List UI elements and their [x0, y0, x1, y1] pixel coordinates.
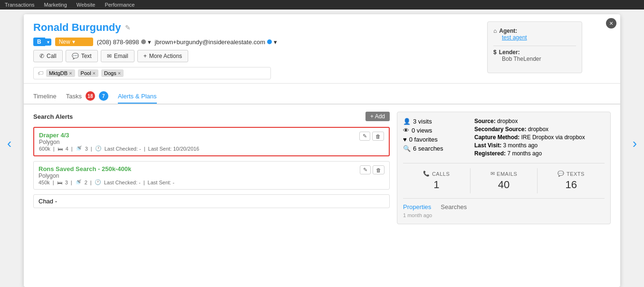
stats-card: 👤 3 visits 👁 0 views ♥ 0 favorites [397, 112, 611, 224]
nav-arrow-right[interactable]: › [633, 136, 637, 151]
text-button[interactable]: 💬 Text [66, 50, 98, 62]
emails-icon: ✉ [490, 171, 495, 177]
alert-2-baths: 2 [85, 180, 87, 185]
alert-2-title[interactable]: Rons Saved Search - 250k-400k [38, 165, 174, 172]
badge-b: B [33, 38, 45, 46]
more-actions-plus-icon: + [144, 53, 147, 59]
left-column: Search Alerts + Add Draper 4/3 Polygon 6… [33, 112, 390, 266]
prop-tabs: Properties Searches [403, 199, 605, 210]
email-dropdown-icon[interactable]: ▾ [274, 38, 277, 46]
texts-value: 16 [538, 179, 605, 191]
nav-marketing[interactable]: Marketing [44, 2, 67, 8]
nav-arrow-left[interactable]: ‹ [7, 136, 11, 151]
alert-2-edit-button[interactable]: ✎ [360, 165, 371, 174]
search-alerts-title: Search Alerts [33, 113, 73, 120]
nav-performance[interactable]: Performance [105, 2, 135, 8]
comm-stats: 📞 CALLS 1 ✉ EMAILS 40 [403, 163, 605, 199]
modal-content: × Ronald Burgundy ✎ B ▾ New ▾ (208) 878-… [24, 14, 620, 287]
top-nav: Transactions Marketing Website Performan… [0, 0, 644, 10]
status-dropdown[interactable]: New ▾ [55, 38, 93, 46]
more-actions-button[interactable]: + More Actions [137, 50, 188, 62]
alert-2-delete-button[interactable]: 🗑 [373, 165, 384, 174]
tab-alerts-plans[interactable]: Alerts & Plans [118, 90, 157, 104]
favorites-value: 0 favorites [409, 136, 438, 143]
eye-icon: 👁 [403, 127, 409, 134]
tab-tasks[interactable]: Tasks 18 7 [66, 88, 108, 105]
visits-item: 👤 3 visits [403, 118, 465, 125]
nav-website[interactable]: Website [77, 2, 96, 8]
last-visit-row: Last Visit: 3 months ago [474, 142, 605, 149]
bath-icon-2: 🚿 [75, 179, 82, 185]
alert-2-last-sent: Last Sent: - [148, 180, 174, 185]
panel-divider [493, 46, 576, 46]
tags-icon: 🏷 [38, 70, 43, 77]
phone-status-dot [141, 39, 146, 44]
tag-dogs-remove[interactable]: × [118, 70, 121, 76]
alert-1-details: 600k | 🛏 4 | 🚿 3 | 🕐 Last Checked: - [39, 145, 199, 152]
views-item: 👁 0 views [403, 127, 465, 134]
calls-stat: 📞 CALLS 1 [403, 168, 471, 193]
phone-dropdown-icon[interactable]: ▾ [148, 38, 151, 46]
status-label: New [59, 38, 70, 45]
email-button[interactable]: ✉ Email [101, 50, 135, 62]
lender-label: $ Lender: [493, 49, 576, 56]
call-button[interactable]: ✆ Call [33, 50, 63, 62]
badge-b-dropdown[interactable]: ▾ [45, 38, 51, 46]
agent-value[interactable]: test agent [502, 34, 576, 41]
badge-b-wrapper[interactable]: B ▾ [33, 38, 51, 46]
email-address: jbrown+burgundy@insiderealestate.com [155, 38, 266, 46]
emails-stat: ✉ EMAILS 40 [471, 168, 538, 193]
edit-name-icon[interactable]: ✎ [125, 24, 131, 31]
texts-label: 💬 TEXTS [538, 171, 605, 177]
alert-2-type: Polygon [38, 172, 174, 179]
alert-1-last-sent: Last Sent: 10/20/2016 [148, 146, 200, 152]
tag-pool-remove[interactable]: × [93, 70, 96, 76]
source-info: Source: dropbox Secondary Source: dropbo… [474, 118, 605, 158]
lender-item: $ Lender: Bob TheLender [493, 49, 576, 62]
texts-stat: 💬 TEXTS 16 [538, 168, 605, 193]
bed-icon-2: 🛏 [57, 180, 62, 185]
person-icon: 👤 [403, 118, 411, 125]
searches-item: 🔍 6 searches [403, 145, 465, 152]
alert-card-2: Rons Saved Search - 250k-400k Polygon 45… [33, 161, 390, 190]
tasks-badge-red: 18 [86, 91, 95, 101]
modal-overlay: Transactions Marketing Website Performan… [0, 0, 644, 287]
alert-1-delete-button[interactable]: 🗑 [372, 132, 384, 141]
alert-2-details: 450k | 🛏 3 | 🚿 2 | 🕐 Last Checked: - [38, 179, 174, 185]
alert-card-1-header: Draper 4/3 Polygon 600k | 🛏 4 | 🚿 3 | [39, 132, 384, 152]
tag-pool: Pool × [78, 69, 98, 77]
tag-mktgdb-remove[interactable]: × [69, 70, 72, 76]
capture-method-row: Capture Method: IRE Dropbox via dropbox [474, 134, 605, 141]
calls-phone-icon: 📞 [423, 171, 430, 177]
alert-2-price: 450k [38, 180, 50, 185]
tab-timeline[interactable]: Timeline [33, 90, 57, 104]
heart-icon: ♥ [403, 136, 407, 143]
bath-icon-1: 🚿 [76, 145, 82, 152]
capture-method-value: IRE Dropbox via dropbox [521, 134, 585, 141]
emails-label: ✉ EMAILS [471, 171, 538, 177]
alert-1-title[interactable]: Draper 4/3 [39, 132, 199, 139]
bed-icon-1: 🛏 [58, 146, 63, 152]
last-visit-value: 3 months ago [503, 142, 538, 149]
email-icon: ✉ [107, 53, 112, 59]
calls-label: 📞 CALLS [403, 171, 470, 177]
close-button[interactable]: × [606, 18, 616, 29]
house-icon: ⌂ [493, 28, 497, 34]
alert-1-edit-button[interactable]: ✎ [359, 132, 370, 141]
tab-properties[interactable]: Properties [403, 203, 431, 210]
lender-value: Bob TheLender [502, 56, 576, 62]
registered-value: 7 months ago [507, 150, 542, 157]
alert-1-price: 600k [39, 146, 50, 152]
alert-1-actions: ✎ 🗑 [359, 132, 384, 141]
tags-row: 🏷 MktgDB × Pool × Dogs × [33, 67, 271, 79]
alert-1-last-checked: Last Checked: - [105, 146, 141, 152]
alert-1-type: Polygon [39, 139, 199, 145]
tabs-section: Timeline Tasks 18 7 Alerts & Plans [24, 84, 620, 105]
phone-area: (208) 878-9898 ▾ [97, 38, 151, 46]
tab-searches[interactable]: Searches [441, 203, 467, 210]
nav-transactions[interactable]: Transactions [5, 2, 35, 8]
text-icon: 💬 [72, 53, 79, 59]
add-alert-button[interactable]: + Add [365, 112, 390, 121]
contact-name: Ronald Burgundy [33, 21, 121, 34]
clock-icon-2: 🕐 [95, 179, 101, 185]
